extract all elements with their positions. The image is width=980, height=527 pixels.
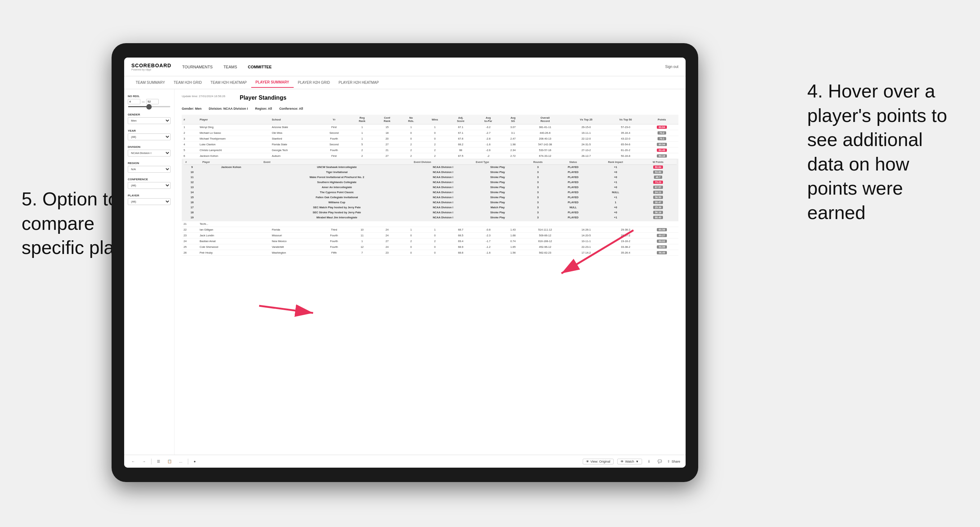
sidebar-conference-label: Conference	[128, 178, 170, 181]
col-avg-par: Avgto-Par	[474, 115, 502, 124]
nav-tournaments[interactable]: TOURNAMENTS	[182, 63, 213, 70]
sidebar-player-select[interactable]: (All)	[128, 198, 170, 205]
share-label: Share	[671, 460, 680, 464]
col-reg-rank: RegRank	[350, 115, 374, 124]
sidebar-player-label: Player	[128, 194, 170, 197]
sidebar-conference: Conference (All)	[128, 178, 170, 189]
sidebar-no-rds-slider[interactable]	[128, 106, 170, 107]
subnav-team-h2h-grid[interactable]: TEAM H2H GRID	[170, 78, 206, 87]
sidebar-conference-select[interactable]: (All)	[128, 182, 170, 189]
subnav-team-h2h-heatmap[interactable]: TEAM H2H HEATMAP	[206, 78, 251, 87]
col-vs-top25: Vs Top 25	[566, 115, 606, 124]
sidebar-gender-select[interactable]: Men Women	[128, 117, 170, 124]
subnav-player-summary[interactable]: PLAYER SUMMARY	[251, 77, 294, 88]
sidebar-no-rds-label: No Rds.	[128, 95, 170, 98]
toolbar-comment[interactable]: 💬	[656, 459, 663, 464]
toolbar-watch[interactable]: 👁 Watch ▼	[617, 459, 642, 464]
toolbar-clock[interactable]: ●	[192, 459, 197, 464]
table-row[interactable]: 6 Jackson Kohon Auburn First 2 27 2 2 87…	[182, 153, 678, 159]
standings-body: 1 Wenyi Ding Arizona State First 1 15 1 …	[182, 124, 678, 256]
toolbar-download[interactable]: ⇓	[646, 459, 652, 464]
sidebar-year-select[interactable]: (All)	[128, 133, 170, 140]
sidebar-region-label: Region	[128, 162, 170, 165]
table-row[interactable]: 23 Jack Lundin Missouri Fourth 11 24 0 0…	[182, 233, 678, 238]
sidebar-gender-label: Gender	[128, 113, 170, 116]
table-row[interactable]: 4 Luke Clanton Florida State Second 5 27…	[182, 142, 678, 148]
nav-teams[interactable]: TEAMS	[223, 63, 237, 70]
logo-area: SCOREBOARD Powered by clippi	[131, 63, 171, 71]
col-vs-top50: Vs Top 50	[606, 115, 645, 124]
subnav-team-summary[interactable]: TEAM SUMMARY	[131, 78, 170, 87]
filter-conference: Conference: All	[279, 107, 303, 110]
sidebar-division-select[interactable]: NCAA Division I	[128, 150, 170, 157]
tablet-screen: SCOREBOARD Powered by clippi TOURNAMENTS…	[124, 57, 686, 468]
col-wins: Wins	[423, 115, 447, 124]
sidebar-year: Year (All)	[128, 129, 170, 140]
col-adj-score: Adj.Score	[447, 115, 474, 124]
col-conf-rank: ConfRank	[375, 115, 399, 124]
watch-label: Watch	[625, 460, 634, 464]
col-player: Player	[198, 115, 270, 124]
sidebar-no-rds: No Rds. —	[128, 95, 170, 108]
toolbar-dots[interactable]: …	[177, 459, 184, 464]
view-icon: 👁	[586, 460, 589, 464]
toolbar-sep1	[151, 459, 151, 464]
logo: SCOREBOARD	[131, 63, 171, 68]
sidebar-division-label: Division	[128, 145, 170, 149]
sidebar: No Rds. — Gender Men Women	[124, 89, 175, 455]
nav-committee[interactable]: COMMITTEE	[248, 63, 272, 70]
toolbar-filter[interactable]: ☰	[155, 459, 162, 464]
sidebar-division: Division NCAA Division I	[128, 145, 170, 157]
table-row[interactable]: 26 Petr Hruby Washington Fifth 7 23 0 0 …	[182, 250, 678, 256]
standings-table: # Player School Yr RegRank ConfRank NoRd…	[182, 115, 678, 256]
update-time: Update time: 27/01/2024 16:56:26	[182, 95, 225, 98]
table-row[interactable]: 2 Michael Lo Sasso Ole Miss Second 1 18 …	[182, 130, 678, 136]
table-header-row: # Player School Yr RegRank ConfRank NoRd…	[182, 115, 678, 124]
view-label: View: Original	[590, 460, 610, 464]
nav-right: Sign out	[665, 65, 678, 69]
filter-gender: Gender: Men	[182, 107, 202, 110]
sidebar-region-select[interactable]: N/A	[128, 166, 170, 173]
subnav-player-h2h-heatmap[interactable]: PLAYER H2H HEATMAP	[334, 78, 383, 87]
main-content: No Rds. — Gender Men Women	[124, 89, 686, 455]
subnav-player-h2h-grid[interactable]: PLAYER H2H GRID	[294, 78, 334, 87]
table-row[interactable]: 21 Techi...	[182, 221, 678, 227]
top-nav: SCOREBOARD Powered by clippi TOURNAMENTS…	[124, 57, 686, 76]
table-row[interactable]: 24 Bastian Amat New Mexico Fourth 1 27 2…	[182, 238, 678, 244]
share-icon: ⇧	[667, 460, 670, 464]
filter-region: Region: All	[255, 107, 272, 110]
logo-sub: Powered by clippi	[131, 68, 171, 71]
table-row[interactable]: 3 Michael Thorbjornsen Stanford Fourth 1…	[182, 136, 678, 142]
col-avg-sg: AvgSG	[502, 115, 523, 124]
watch-chevron: ▼	[636, 460, 639, 464]
filters-row: Gender: Men Division: NCAA Division I Re…	[182, 107, 678, 110]
sub-nav: TEAM SUMMARY TEAM H2H GRID TEAM H2H HEAT…	[124, 76, 686, 89]
sign-out-btn[interactable]: Sign out	[665, 65, 678, 69]
toolbar-redo[interactable]: →	[140, 459, 148, 464]
toolbar-undo[interactable]: ←	[130, 459, 137, 464]
content-area: Update time: 27/01/2024 16:56:26 Player …	[175, 89, 686, 455]
col-school: School	[270, 115, 318, 124]
sidebar-player: Player (All)	[128, 194, 170, 205]
toolbar: ← → ☰ 📋 … ● 👁 View: Original 👁 Watch ▼	[124, 455, 686, 468]
table-row[interactable]: 22 Ian Gilligan Florida Third 10 24 1 1 …	[182, 227, 678, 233]
toolbar-copy[interactable]: 📋	[165, 459, 173, 464]
table-row[interactable]: 25 Cole Sherwood Vanderbilt Fourth 12 24…	[182, 244, 678, 250]
col-no-rds: NoRds.	[399, 115, 423, 124]
annotation-right-text: 4. Hover over a player's points to see a…	[807, 81, 947, 223]
nav-items: TOURNAMENTS TEAMS COMMITTEE	[182, 63, 665, 70]
table-row[interactable]: 1 Wenyi Ding Arizona State First 1 15 1 …	[182, 124, 678, 130]
col-yr: Yr	[318, 115, 350, 124]
watch-icon: 👁	[620, 460, 624, 464]
sidebar-year-label: Year	[128, 129, 170, 132]
outer-wrapper: 5. Option to compare specific players 4.…	[0, 0, 980, 527]
col-points: Points	[645, 115, 678, 124]
annotation-right: 4. Hover over a player's points to see a…	[807, 79, 958, 225]
sidebar-region: Region N/A	[128, 162, 170, 173]
table-row[interactable]: 5 Christo Lamprecht Georgia Tech Fourth …	[182, 148, 678, 153]
col-num: #	[182, 115, 198, 124]
expanded-header-row: # Player Event Event Division Event Type…	[182, 159, 678, 221]
toolbar-view[interactable]: 👁 View: Original	[583, 459, 614, 464]
toolbar-share[interactable]: ⇧ Share	[667, 460, 680, 464]
sidebar-gender: Gender Men Women	[128, 113, 170, 124]
